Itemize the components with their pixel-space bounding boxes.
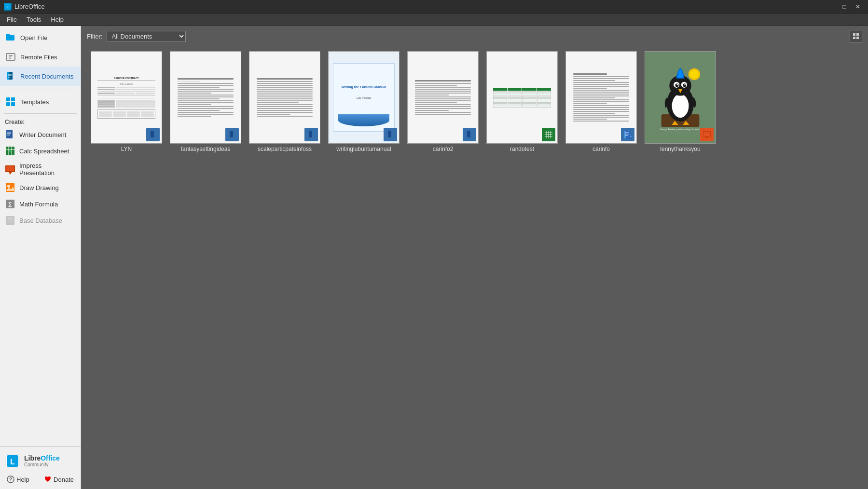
- maximize-button[interactable]: □: [838, 2, 851, 12]
- filter-label: Filter:: [87, 33, 103, 40]
- doc-item-writinglubuntumanual[interactable]: Writing the Lubuntu Manual Lyn Perrine w…: [328, 51, 400, 152]
- sidebar-item-impress[interactable]: Impress Presentation: [0, 159, 81, 179]
- main-layout: Open File Remote Files: [0, 26, 868, 489]
- svg-rect-29: [856, 33, 859, 36]
- filter-select[interactable]: All Documents Writer Documents Calc Spre…: [107, 31, 186, 42]
- app-icon: L: [4, 3, 12, 11]
- doc-item-carinfo[interactable]: carinfo: [565, 51, 637, 152]
- folder-icon: [5, 32, 16, 43]
- badge-fantasysettingideas: [225, 128, 239, 141]
- doc-item-scaleparticpateinfoss[interactable]: scaleparticpateinfoss: [249, 51, 320, 152]
- doc-thumb-carinfo2: [407, 51, 479, 144]
- menu-file[interactable]: File: [2, 14, 22, 25]
- svg-rect-45: [630, 135, 632, 138]
- doc-item-fantasysettingideas[interactable]: fantasysettingideas: [170, 51, 241, 152]
- svg-rect-35: [230, 131, 233, 137]
- svg-rect-60: [703, 132, 710, 136]
- doc-thumb-lyn: SERVICE CONTRACT TIRE & WHEEL: [91, 51, 162, 144]
- titlebar-title: LibreOffice: [14, 3, 45, 10]
- sidebar-bottom: L Libre Office Community ? Help: [0, 446, 81, 489]
- sidebar-item-label-base: Base Database: [19, 217, 62, 224]
- doc-item-lennythanksyou[interactable]: Lenny thanks you for using Lubuntu. lenn…: [645, 51, 716, 152]
- sidebar-item-draw[interactable]: Draw Drawing: [0, 179, 81, 196]
- svg-text:∑: ∑: [8, 201, 12, 207]
- sidebar-item-recent-documents[interactable]: Recent Documents: [0, 67, 81, 86]
- svg-text:Lenny thanks you for using Lub: Lenny thanks you for using Lubuntu.: [660, 128, 701, 131]
- badge-lyn: [146, 128, 160, 141]
- svg-point-57: [690, 70, 699, 79]
- menubar: File Tools Help: [0, 14, 868, 26]
- doc-item-carinfo2[interactable]: carinfo2: [407, 51, 479, 152]
- svg-rect-44: [626, 131, 630, 138]
- sidebar: Open File Remote Files: [0, 26, 81, 489]
- donate-button[interactable]: Donate: [41, 474, 77, 485]
- sidebar-divider-2: [4, 113, 77, 114]
- doc-thumb-writinglubuntumanual: Writing the Lubuntu Manual Lyn Perrine: [328, 51, 400, 144]
- sidebar-item-math[interactable]: ∑ Math Formula: [0, 196, 81, 212]
- badge-carinfo2: [463, 128, 476, 141]
- doc-thumb-randotest: [486, 51, 558, 144]
- svg-point-54: [677, 84, 678, 85]
- sidebar-item-open-file[interactable]: Open File: [0, 28, 81, 47]
- svg-rect-14: [6, 166, 14, 171]
- doc-name-fantasysettingideas: fantasysettingideas: [181, 146, 231, 152]
- doc-name-lyn: LYN: [121, 146, 132, 152]
- sidebar-item-label-recent-documents: Recent Documents: [20, 73, 74, 80]
- sidebar-item-base[interactable]: Base Database: [0, 212, 81, 229]
- sidebar-item-label-writer: Writer Document: [19, 131, 66, 138]
- help-button[interactable]: ? Help: [4, 474, 32, 485]
- svg-rect-41: [467, 131, 470, 137]
- doc-name-scaleparticpateinfoss: scaleparticpateinfoss: [258, 146, 312, 152]
- calc-icon: [5, 146, 15, 156]
- math-icon: ∑: [5, 199, 15, 209]
- logo-libre: Libre: [24, 454, 41, 462]
- doc-item-randotest[interactable]: randotest: [486, 51, 558, 152]
- draw-icon: [5, 182, 15, 193]
- logo-text: Libre Office Community: [24, 454, 60, 468]
- sidebar-item-label-math: Math Formula: [19, 201, 58, 208]
- doc-name-carinfo2: carinfo2: [433, 146, 454, 152]
- svg-point-48: [672, 94, 689, 118]
- doc-name-randotest: randotest: [510, 146, 534, 152]
- svg-rect-37: [309, 131, 312, 137]
- sidebar-item-writer[interactable]: Writer Document: [0, 126, 81, 143]
- sidebar-item-templates[interactable]: Templates: [0, 92, 81, 111]
- menu-help[interactable]: Help: [46, 14, 69, 25]
- svg-rect-8: [11, 102, 15, 106]
- sidebar-item-calc[interactable]: Calc Spreadsheet: [0, 143, 81, 159]
- sidebar-item-label-draw: Draw Drawing: [19, 184, 59, 191]
- sidebar-item-label-remote-files: Remote Files: [20, 54, 57, 61]
- menu-tools[interactable]: Tools: [22, 14, 46, 25]
- close-button[interactable]: ✕: [852, 2, 864, 12]
- svg-rect-16: [9, 172, 12, 173]
- titlebar: L LibreOffice — □ ✕: [0, 0, 868, 14]
- svg-text:?: ?: [9, 477, 12, 482]
- logo-office: Office: [41, 454, 60, 462]
- sidebar-item-label-impress: Impress Presentation: [19, 162, 76, 177]
- view-toggle-button[interactable]: [850, 30, 862, 42]
- svg-point-18: [7, 185, 10, 188]
- badge-scaleparticpateinfoss: [304, 128, 318, 141]
- doc-item-lyn[interactable]: SERVICE CONTRACT TIRE & WHEEL: [91, 51, 162, 152]
- titlebar-left: L LibreOffice: [4, 3, 45, 11]
- impress-icon: [5, 164, 15, 175]
- svg-text:L: L: [7, 5, 9, 9]
- badge-carinfo: [621, 128, 634, 141]
- doc-thumb-fantasysettingideas: [170, 51, 241, 144]
- svg-text:L: L: [10, 458, 15, 466]
- svg-rect-12: [9, 150, 12, 152]
- help-label: Help: [16, 476, 29, 483]
- svg-rect-7: [6, 102, 10, 106]
- sidebar-item-label-templates: Templates: [20, 98, 49, 106]
- minimize-button[interactable]: —: [825, 2, 837, 12]
- svg-rect-31: [856, 37, 859, 39]
- badge-writinglubuntumanual: [384, 128, 397, 141]
- svg-rect-39: [388, 131, 391, 137]
- logo-community: Community: [24, 462, 60, 468]
- recent-icon: [5, 70, 16, 82]
- heart-icon: [44, 475, 52, 483]
- sidebar-item-label-calc: Calc Spreadsheet: [19, 148, 69, 155]
- svg-rect-5: [6, 97, 10, 101]
- doc-thumb-carinfo: [565, 51, 637, 144]
- sidebar-item-remote-files[interactable]: Remote Files: [0, 47, 81, 67]
